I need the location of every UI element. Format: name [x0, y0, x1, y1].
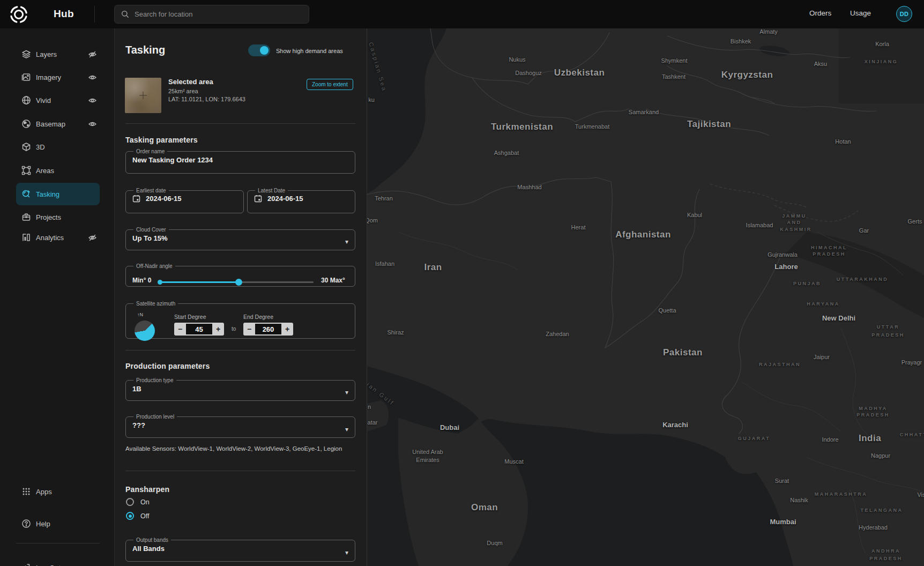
high-demand-toggle[interactable]: [248, 44, 270, 56]
user-avatar[interactable]: DD: [896, 6, 912, 22]
eye-icon[interactable]: [87, 119, 97, 129]
slider-start-dot[interactable]: [158, 280, 162, 285]
slider-max-label: 30 Max°: [321, 277, 345, 284]
slider-min-label: Min° 0: [132, 277, 151, 284]
sidebar-item-logout[interactable]: Log Out: [0, 558, 114, 566]
production-type-select[interactable]: Production type 1B ▾: [125, 377, 355, 401]
start-degree-value[interactable]: 45: [186, 323, 212, 336]
sidebar-item-vivid[interactable]: Vivid: [0, 91, 114, 110]
area-select-icon: [21, 166, 31, 175]
basemap-globe-icon: [21, 119, 31, 129]
north-indicator: ↑N: [137, 312, 143, 317]
increment-button[interactable]: +: [281, 323, 293, 336]
chevron-down-icon[interactable]: ▾: [345, 549, 348, 556]
production-level-value[interactable]: ???: [132, 421, 348, 429]
orders-link[interactable]: Orders: [809, 9, 831, 17]
production-type-value[interactable]: 1B: [132, 385, 348, 393]
slider-fill: [159, 281, 239, 283]
increment-button[interactable]: +: [212, 323, 224, 336]
cloud-cover-value[interactable]: Up To 15%: [132, 234, 348, 242]
sidebar-item-label: 3D: [36, 143, 45, 151]
sidebar-item-label: Basemap: [36, 120, 65, 128]
section-divider: [125, 123, 355, 124]
order-name-field[interactable]: Order name New Tasking Order 1234: [125, 148, 355, 174]
sidebar-item-label: Areas: [36, 167, 54, 175]
sidebar-item-areas[interactable]: Areas: [0, 161, 114, 180]
radio-selected-icon: [126, 512, 134, 520]
satellite-dish-icon: [21, 189, 31, 199]
earliest-date-value[interactable]: 2024-06-15: [146, 195, 182, 203]
cloud-cover-select[interactable]: Cloud Cover Up To 15% ▾: [125, 227, 355, 250]
field-label: Production type: [133, 377, 176, 383]
azimuth-compass[interactable]: [135, 321, 155, 341]
end-degree-label: End Degree: [243, 314, 273, 320]
usage-link[interactable]: Usage: [850, 9, 871, 17]
sidebar-item-label: Tasking: [36, 190, 59, 198]
slider-handle[interactable]: [235, 279, 242, 286]
output-bands-select[interactable]: Output bands All Bands ▾: [125, 537, 355, 562]
sidebar-item-imagery[interactable]: Imagery: [0, 68, 114, 87]
field-label: Order name: [133, 148, 167, 154]
selected-area-title: Selected area: [168, 78, 213, 86]
map-borders: [367, 28, 924, 566]
to-label: to: [232, 326, 236, 332]
toggle-label: Show high demand areas: [276, 48, 343, 54]
calendar-icon: [254, 195, 262, 203]
field-label: Output bands: [133, 537, 171, 543]
selected-area-size: 25km² area: [168, 88, 198, 94]
order-name-value[interactable]: New Tasking Order 1234: [132, 156, 348, 164]
sidebar-item-layers[interactable]: Layers: [0, 44, 114, 64]
eye-icon[interactable]: [87, 72, 97, 82]
field-label: Off-Nadir angle: [133, 263, 175, 269]
sidebar-item-help[interactable]: Help: [0, 514, 114, 533]
radio-label: Off: [140, 512, 149, 520]
pansharpen-off-radio[interactable]: Off: [126, 512, 149, 520]
decrement-button[interactable]: −: [174, 323, 186, 336]
selected-area-coords: LAT: 11.0121, LON: 179.6643: [168, 96, 245, 102]
search-input[interactable]: Search for location: [114, 5, 309, 24]
latest-date-value[interactable]: 2024-06-15: [267, 195, 303, 203]
top-bar: Hub Search for location Orders Usage DD: [0, 0, 924, 28]
end-degree-value[interactable]: 260: [255, 323, 281, 336]
search-icon: [121, 10, 129, 18]
sidebar-item-label: Projects: [36, 213, 61, 221]
radio-icon: [126, 498, 134, 506]
output-bands-value[interactable]: All Bands: [132, 545, 348, 553]
start-degree-label: Start Degree: [174, 314, 206, 320]
app-title: Hub: [54, 8, 74, 20]
app-logo-icon: [8, 3, 30, 26]
field-label: Production level: [133, 414, 177, 420]
calendar-icon: [132, 195, 140, 203]
sidebar-item-basemap[interactable]: Basemap: [0, 114, 114, 133]
tasking-panel: Tasking Show high demand areas Selected …: [114, 28, 367, 566]
imagery-icon: [21, 72, 31, 82]
cube-icon: [21, 142, 31, 152]
sidebar-item-projects[interactable]: Projects: [0, 207, 114, 227]
toggle-knob: [260, 46, 269, 55]
decrement-button[interactable]: −: [243, 323, 255, 336]
chevron-down-icon[interactable]: ▾: [345, 238, 348, 245]
map-canvas[interactable]: Caspian Seaian GulfkuNukusDashoguzUzbeki…: [367, 28, 924, 566]
chevron-down-icon[interactable]: ▾: [345, 389, 348, 396]
sidebar-item-3d[interactable]: 3D: [0, 137, 114, 157]
panel-title: Tasking: [125, 44, 165, 56]
latest-date-field[interactable]: Latest Date 2024-06-15: [247, 188, 355, 213]
sidebar-item-tasking[interactable]: Tasking: [0, 184, 114, 204]
sidebar-item-analytics[interactable]: Analytics: [0, 228, 114, 247]
chevron-down-icon[interactable]: ▾: [345, 426, 348, 433]
field-label: Satellite azimuth: [133, 301, 178, 307]
production-level-select[interactable]: Production level ??? ▾: [125, 414, 355, 438]
eye-off-icon[interactable]: [87, 233, 97, 242]
off-nadir-slider[interactable]: [159, 281, 314, 283]
pansharpen-on-radio[interactable]: On: [126, 498, 150, 506]
section-divider: [125, 471, 355, 471]
briefcase-icon: [21, 212, 31, 222]
start-degree-stepper: − 45 +: [174, 323, 224, 336]
eye-off-icon[interactable]: [87, 49, 97, 59]
eye-icon[interactable]: [87, 95, 97, 105]
sidebar-item-apps[interactable]: Apps: [0, 482, 114, 501]
satellite-azimuth-field: Satellite azimuth ↑N Start Degree − 45 +…: [125, 301, 355, 339]
app-window: Caspian Seaian GulfkuNukusDashoguzUzbeki…: [0, 0, 924, 566]
zoom-to-extent-button[interactable]: Zoom to extent: [307, 79, 353, 90]
earliest-date-field[interactable]: Earliest date 2024-06-15: [125, 188, 244, 213]
